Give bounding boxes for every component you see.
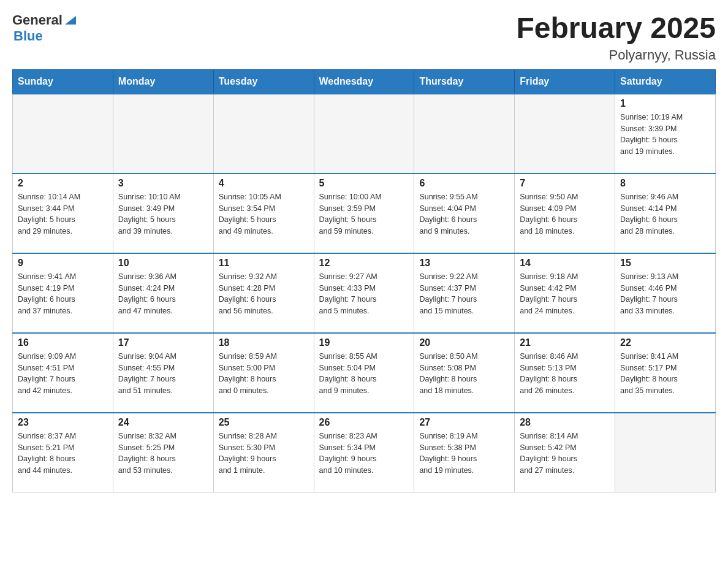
- calendar-cell: 16Sunrise: 9:09 AMSunset: 4:51 PMDayligh…: [13, 333, 113, 413]
- day-info: Sunrise: 8:41 AMSunset: 5:17 PMDaylight:…: [620, 351, 710, 397]
- day-number: 24: [118, 417, 208, 428]
- days-header-row: SundayMondayTuesdayWednesdayThursdayFrid…: [13, 69, 716, 94]
- day-info: Sunrise: 8:46 AMSunset: 5:13 PMDaylight:…: [520, 351, 610, 397]
- logo-blue-text: Blue: [13, 28, 43, 44]
- day-header-thursday: Thursday: [414, 69, 515, 94]
- day-number: 5: [319, 178, 409, 189]
- day-number: 11: [219, 258, 309, 269]
- logo-general-text: General: [12, 12, 63, 28]
- day-info: Sunrise: 10:14 AMSunset: 3:44 PMDaylight…: [18, 191, 108, 237]
- day-info: Sunrise: 9:09 AMSunset: 4:51 PMDaylight:…: [18, 351, 108, 397]
- day-number: 10: [118, 258, 208, 269]
- calendar-cell: 23Sunrise: 8:37 AMSunset: 5:21 PMDayligh…: [13, 413, 113, 492]
- day-info: Sunrise: 10:10 AMSunset: 3:49 PMDaylight…: [118, 191, 208, 237]
- calendar-cell: 9Sunrise: 9:41 AMSunset: 4:19 PMDaylight…: [13, 253, 113, 333]
- day-number: 25: [219, 417, 309, 428]
- day-header-friday: Friday: [515, 69, 615, 94]
- day-info: Sunrise: 9:04 AMSunset: 4:55 PMDaylight:…: [118, 351, 208, 397]
- day-info: Sunrise: 10:05 AMSunset: 3:54 PMDaylight…: [219, 191, 309, 237]
- logo: General Blue: [12, 12, 77, 44]
- day-number: 3: [118, 178, 208, 189]
- calendar-cell: [213, 94, 314, 174]
- day-number: 4: [219, 178, 309, 189]
- day-header-monday: Monday: [113, 69, 213, 94]
- week-row-2: 2Sunrise: 10:14 AMSunset: 3:44 PMDayligh…: [13, 174, 716, 253]
- day-info: Sunrise: 9:46 AMSunset: 4:14 PMDaylight:…: [620, 191, 710, 237]
- calendar-table: SundayMondayTuesdayWednesdayThursdayFrid…: [12, 69, 716, 493]
- day-info: Sunrise: 9:27 AMSunset: 4:33 PMDaylight:…: [319, 271, 409, 317]
- calendar-cell: 27Sunrise: 8:19 AMSunset: 5:38 PMDayligh…: [414, 413, 515, 492]
- week-row-3: 9Sunrise: 9:41 AMSunset: 4:19 PMDaylight…: [13, 253, 716, 333]
- day-info: Sunrise: 9:55 AMSunset: 4:04 PMDaylight:…: [419, 191, 509, 237]
- day-info: Sunrise: 8:23 AMSunset: 5:34 PMDaylight:…: [319, 431, 409, 477]
- calendar-cell: 4Sunrise: 10:05 AMSunset: 3:54 PMDayligh…: [213, 174, 314, 253]
- calendar-cell: 19Sunrise: 8:55 AMSunset: 5:04 PMDayligh…: [314, 333, 414, 413]
- day-info: Sunrise: 9:22 AMSunset: 4:37 PMDaylight:…: [419, 271, 509, 317]
- day-header-saturday: Saturday: [615, 69, 716, 94]
- day-info: Sunrise: 10:19 AMSunset: 3:39 PMDaylight…: [620, 112, 710, 158]
- day-number: 22: [620, 337, 710, 348]
- day-number: 1: [620, 98, 710, 109]
- week-row-5: 23Sunrise: 8:37 AMSunset: 5:21 PMDayligh…: [13, 413, 716, 492]
- week-row-4: 16Sunrise: 9:09 AMSunset: 4:51 PMDayligh…: [13, 333, 716, 413]
- day-header-tuesday: Tuesday: [213, 69, 314, 94]
- calendar-cell: [414, 94, 515, 174]
- day-info: Sunrise: 10:00 AMSunset: 3:59 PMDaylight…: [319, 191, 409, 237]
- day-number: 21: [520, 337, 610, 348]
- logo-triangle-icon: [64, 13, 77, 27]
- day-info: Sunrise: 9:18 AMSunset: 4:42 PMDaylight:…: [520, 271, 610, 317]
- day-info: Sunrise: 8:19 AMSunset: 5:38 PMDaylight:…: [419, 431, 509, 477]
- calendar-cell: 5Sunrise: 10:00 AMSunset: 3:59 PMDayligh…: [314, 174, 414, 253]
- day-info: Sunrise: 9:41 AMSunset: 4:19 PMDaylight:…: [18, 271, 108, 317]
- calendar-subtitle: Polyarnyy, Russia: [516, 47, 716, 63]
- day-number: 15: [620, 258, 710, 269]
- day-number: 6: [419, 178, 509, 189]
- calendar-cell: 21Sunrise: 8:46 AMSunset: 5:13 PMDayligh…: [515, 333, 615, 413]
- calendar-cell: [515, 94, 615, 174]
- calendar-cell: 6Sunrise: 9:55 AMSunset: 4:04 PMDaylight…: [414, 174, 515, 253]
- day-number: 20: [419, 337, 509, 348]
- day-number: 13: [419, 258, 509, 269]
- day-number: 23: [18, 417, 108, 428]
- calendar-cell: [113, 94, 213, 174]
- calendar-cell: 24Sunrise: 8:32 AMSunset: 5:25 PMDayligh…: [113, 413, 213, 492]
- page-header: General Blue February 2025 Polyarnyy, Ru…: [12, 12, 716, 63]
- day-info: Sunrise: 9:32 AMSunset: 4:28 PMDaylight:…: [219, 271, 309, 317]
- calendar-cell: 3Sunrise: 10:10 AMSunset: 3:49 PMDayligh…: [113, 174, 213, 253]
- calendar-cell: 15Sunrise: 9:13 AMSunset: 4:46 PMDayligh…: [615, 253, 716, 333]
- day-info: Sunrise: 8:14 AMSunset: 5:42 PMDaylight:…: [520, 431, 610, 477]
- calendar-cell: 20Sunrise: 8:50 AMSunset: 5:08 PMDayligh…: [414, 333, 515, 413]
- calendar-cell: 8Sunrise: 9:46 AMSunset: 4:14 PMDaylight…: [615, 174, 716, 253]
- day-number: 26: [319, 417, 409, 428]
- calendar-cell: [13, 94, 113, 174]
- day-number: 16: [18, 337, 108, 348]
- calendar-cell: 10Sunrise: 9:36 AMSunset: 4:24 PMDayligh…: [113, 253, 213, 333]
- calendar-cell: [615, 413, 716, 492]
- calendar-cell: 22Sunrise: 8:41 AMSunset: 5:17 PMDayligh…: [615, 333, 716, 413]
- calendar-cell: 13Sunrise: 9:22 AMSunset: 4:37 PMDayligh…: [414, 253, 515, 333]
- calendar-cell: 2Sunrise: 10:14 AMSunset: 3:44 PMDayligh…: [13, 174, 113, 253]
- calendar-cell: 17Sunrise: 9:04 AMSunset: 4:55 PMDayligh…: [113, 333, 213, 413]
- day-header-wednesday: Wednesday: [314, 69, 414, 94]
- week-row-1: 1Sunrise: 10:19 AMSunset: 3:39 PMDayligh…: [13, 94, 716, 174]
- day-info: Sunrise: 8:32 AMSunset: 5:25 PMDaylight:…: [118, 431, 208, 477]
- day-number: 18: [219, 337, 309, 348]
- day-number: 12: [319, 258, 409, 269]
- day-number: 28: [520, 417, 610, 428]
- day-number: 8: [620, 178, 710, 189]
- day-info: Sunrise: 8:59 AMSunset: 5:00 PMDaylight:…: [219, 351, 309, 397]
- day-info: Sunrise: 8:50 AMSunset: 5:08 PMDaylight:…: [419, 351, 509, 397]
- day-number: 17: [118, 337, 208, 348]
- calendar-cell: [314, 94, 414, 174]
- day-number: 27: [419, 417, 509, 428]
- calendar-cell: 1Sunrise: 10:19 AMSunset: 3:39 PMDayligh…: [615, 94, 716, 174]
- day-info: Sunrise: 9:36 AMSunset: 4:24 PMDaylight:…: [118, 271, 208, 317]
- title-section: February 2025 Polyarnyy, Russia: [516, 12, 716, 63]
- day-header-sunday: Sunday: [13, 69, 113, 94]
- calendar-cell: 14Sunrise: 9:18 AMSunset: 4:42 PMDayligh…: [515, 253, 615, 333]
- day-info: Sunrise: 8:28 AMSunset: 5:30 PMDaylight:…: [219, 431, 309, 477]
- day-number: 2: [18, 178, 108, 189]
- calendar-title: February 2025: [516, 12, 716, 45]
- calendar-cell: 18Sunrise: 8:59 AMSunset: 5:00 PMDayligh…: [213, 333, 314, 413]
- day-info: Sunrise: 8:37 AMSunset: 5:21 PMDaylight:…: [18, 431, 108, 477]
